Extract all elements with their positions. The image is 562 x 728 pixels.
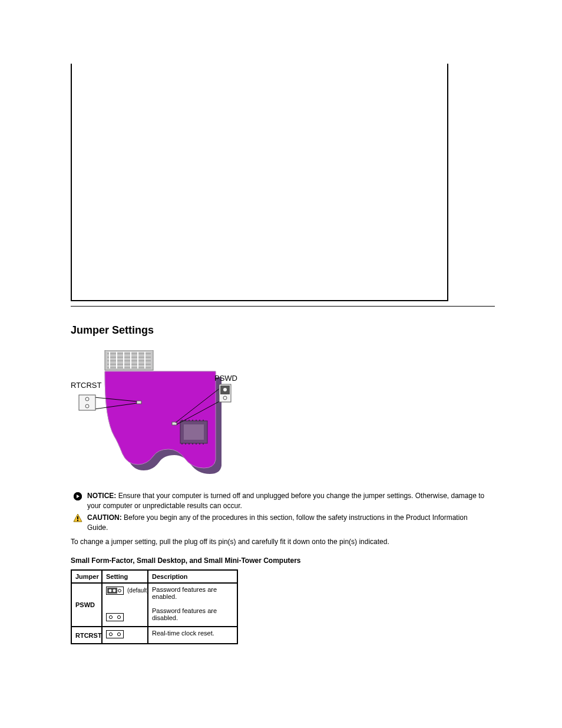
col-setting: Setting [102, 570, 148, 583]
svg-point-57 [117, 633, 120, 636]
svg-point-49 [109, 589, 112, 592]
table-row: RTCRST Real-time clock reset. [71, 627, 237, 644]
pins-open-icon [106, 630, 124, 638]
frame-bottom-border [71, 300, 448, 301]
row-label: RTCRST [71, 627, 102, 644]
svg-rect-13 [184, 424, 204, 440]
svg-point-54 [117, 616, 120, 619]
caution-body: Before you begin any of the procedures i… [87, 513, 468, 532]
row-settings: (default) [102, 583, 148, 627]
svg-rect-52 [107, 614, 124, 621]
row-settings [102, 627, 148, 644]
svg-point-39 [223, 388, 227, 391]
jumper-table-caption: Small Form-Factor, Small Desktop, and Sm… [71, 556, 301, 565]
notice-lead: NOTICE: [87, 492, 116, 500]
top-frame [71, 0, 448, 301]
svg-rect-48 [107, 588, 117, 594]
notice-body: Ensure that your computer is turned off … [87, 492, 484, 510]
setting-text: (default) [127, 587, 149, 594]
svg-rect-23 [189, 443, 190, 444]
svg-rect-55 [107, 631, 124, 638]
notice-icon [73, 492, 82, 501]
frame-right-border [447, 64, 448, 301]
pins-jumpered-icon [106, 586, 124, 595]
row-desc: Password features are enabled. Password … [148, 583, 237, 627]
col-desc: Description [148, 570, 237, 583]
svg-rect-22 [185, 443, 186, 444]
svg-rect-28 [137, 401, 141, 404]
jumper-settings-table: Jumper Setting Description PSWD [71, 569, 238, 644]
svg-point-56 [109, 633, 112, 636]
svg-rect-26 [199, 443, 200, 444]
notice-block: NOTICE: Ensure that your computer is tur… [73, 491, 485, 511]
jumper-location-diagram: RTCRST PSWD [71, 350, 242, 477]
svg-rect-16 [189, 420, 190, 421]
frame-left-border [71, 64, 72, 301]
svg-rect-25 [196, 443, 197, 444]
caution-lead: CAUTION: [87, 513, 122, 522]
svg-rect-46 [77, 520, 78, 521]
svg-rect-24 [192, 443, 193, 444]
svg-point-51 [118, 589, 121, 592]
svg-rect-20 [203, 420, 204, 421]
jumper-change-paragraph: To change a jumper setting, pull the plu… [71, 538, 483, 546]
svg-rect-14 [181, 420, 183, 421]
table-row: PSWD (default) [71, 583, 237, 627]
row-desc: Real-time clock reset. [148, 627, 237, 644]
pswd-label: PSWD [214, 374, 237, 383]
svg-point-50 [113, 589, 116, 592]
notice-text: NOTICE: Ensure that your computer is tur… [87, 491, 485, 511]
svg-rect-17 [192, 420, 193, 421]
section-title: Jumper Settings [71, 324, 154, 337]
svg-rect-0 [105, 350, 153, 370]
caution-icon [73, 513, 82, 523]
document-page: Jumper Settings [0, 0, 562, 728]
caution-block: CAUTION: Before you begin any of the pro… [73, 513, 485, 533]
svg-rect-21 [181, 443, 183, 444]
col-jumper: Jumper [71, 570, 102, 583]
caution-text: CAUTION: Before you begin any of the pro… [87, 513, 485, 533]
svg-rect-19 [199, 420, 200, 421]
svg-point-53 [109, 616, 112, 619]
rtcrst-label: RTCRST [71, 381, 102, 390]
svg-rect-18 [196, 420, 197, 421]
pins-open-icon [106, 612, 124, 621]
section-divider [71, 306, 495, 307]
svg-rect-45 [77, 516, 78, 519]
row-label: PSWD [71, 583, 102, 627]
svg-rect-27 [203, 443, 204, 444]
